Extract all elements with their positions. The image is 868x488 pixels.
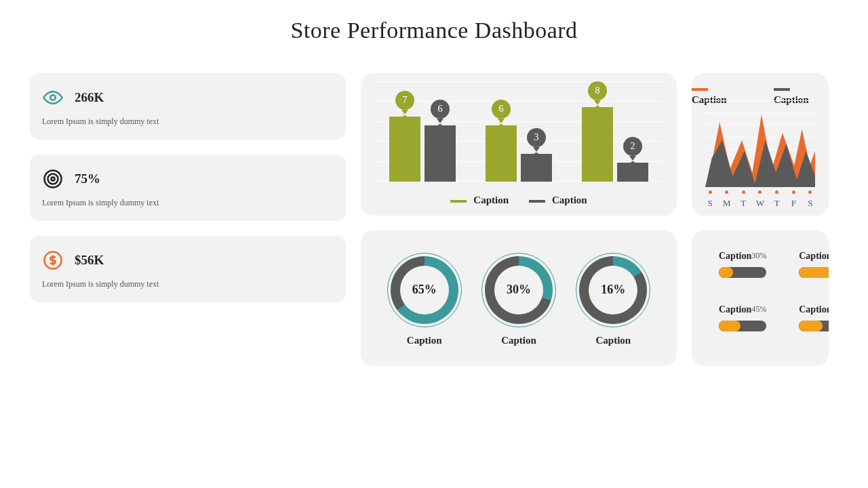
stat-description: Lorem Ipsum is simply dummy text <box>42 115 334 127</box>
progress-fill <box>799 267 829 278</box>
donut-value: 65% <box>412 283 437 297</box>
progress-track <box>799 267 829 278</box>
eye-icon <box>42 87 64 108</box>
area-x-axis: SMTWTFS <box>705 190 815 209</box>
bar: 6 <box>425 125 456 182</box>
donut-item: 16%Caption <box>579 256 647 346</box>
progress-fill <box>719 321 741 331</box>
bar-group: 63 <box>481 125 557 182</box>
bar: 8 <box>582 107 613 182</box>
stat-value: 266K <box>75 90 104 105</box>
donut-gauge: 30% <box>485 256 553 324</box>
bar-legend: Caption Caption <box>361 195 677 206</box>
donut-panel: 65%Caption30%Caption16%Caption <box>361 230 677 366</box>
donut-value: 30% <box>507 283 531 297</box>
page-title: Store Performance Dashboard <box>30 18 838 43</box>
day-label: W <box>755 190 765 209</box>
progress-panel: Caption30%Caption90%Caption45%Caption50% <box>692 230 829 366</box>
stat-card: 266KLorem Ipsum is simply dummy text <box>30 73 346 140</box>
progress-fill <box>719 267 733 278</box>
bar-group: 82 <box>577 107 653 182</box>
day-label: M <box>722 190 732 209</box>
bar-chart: 766382 <box>374 81 663 182</box>
progress-item: Caption45% <box>719 304 766 346</box>
progress-caption: Caption <box>719 251 751 262</box>
day-label: F <box>789 190 798 209</box>
progress-item: Caption50% <box>799 304 829 346</box>
progress-caption: Caption <box>719 304 751 315</box>
day-label: T <box>738 190 748 209</box>
area-chart-panel: Caption Caption SMTWTFS <box>692 73 829 216</box>
donut-caption: Caption <box>579 335 647 346</box>
svg-point-4 <box>48 174 58 184</box>
stat-card: $56KLorem Ipsum is simply dummy text <box>30 236 346 302</box>
target-icon <box>42 168 64 190</box>
bar: 7 <box>389 117 420 182</box>
progress-track <box>719 267 766 278</box>
stat-value: 75% <box>75 171 100 186</box>
bar-value-pin: 3 <box>527 128 546 151</box>
progress-item: Caption30% <box>719 251 766 292</box>
stats-sidebar: 266KLorem Ipsum is simply dummy text75%L… <box>30 73 346 366</box>
donut-item: 30%Caption <box>485 256 553 346</box>
bar-value-pin: 6 <box>431 100 450 123</box>
dollar-icon <box>42 249 64 271</box>
progress-track <box>719 321 766 331</box>
progress-caption: Caption <box>799 251 829 262</box>
donut-item: 65%Caption <box>391 256 458 346</box>
bar: 6 <box>486 125 517 182</box>
donut-value: 16% <box>601 283 625 297</box>
donut-caption: Caption <box>485 335 553 346</box>
donut-caption: Caption <box>391 335 458 346</box>
stat-card: 75%Lorem Ipsum is simply dummy text <box>30 155 346 221</box>
bar: 2 <box>617 163 648 182</box>
day-label: S <box>705 190 715 209</box>
bar-legend-b: Caption <box>552 195 587 205</box>
bar-value-pin: 6 <box>492 100 511 123</box>
progress-caption: Caption <box>799 304 829 315</box>
bar-value-pin: 8 <box>588 81 607 104</box>
svg-point-5 <box>52 178 55 181</box>
bar-chart-panel: 766382 Caption Caption <box>361 73 677 216</box>
progress-percent: 30% <box>751 251 766 262</box>
area-chart <box>705 100 815 187</box>
day-label: T <box>772 190 782 209</box>
day-label: S <box>806 190 815 209</box>
bar-value-pin: 2 <box>623 137 642 160</box>
progress-item: Caption90% <box>799 251 829 292</box>
bar: 3 <box>521 154 552 182</box>
stat-value: $56K <box>75 253 104 268</box>
donut-gauge: 65% <box>391 256 458 324</box>
bar-legend-a: Caption <box>473 195 509 205</box>
dashboard-grid: 766382 Caption Caption Caption Caption S… <box>30 73 838 366</box>
donut-gauge: 16% <box>579 256 647 324</box>
progress-fill <box>799 321 823 331</box>
bar-value-pin: 7 <box>395 91 414 114</box>
stat-description: Lorem Ipsum is simply dummy text <box>42 197 334 209</box>
svg-point-2 <box>50 95 56 100</box>
stat-description: Lorem Ipsum is simply dummy text <box>42 278 334 290</box>
bar-group: 76 <box>384 117 460 182</box>
progress-track <box>799 321 829 331</box>
progress-percent: 45% <box>751 304 766 315</box>
